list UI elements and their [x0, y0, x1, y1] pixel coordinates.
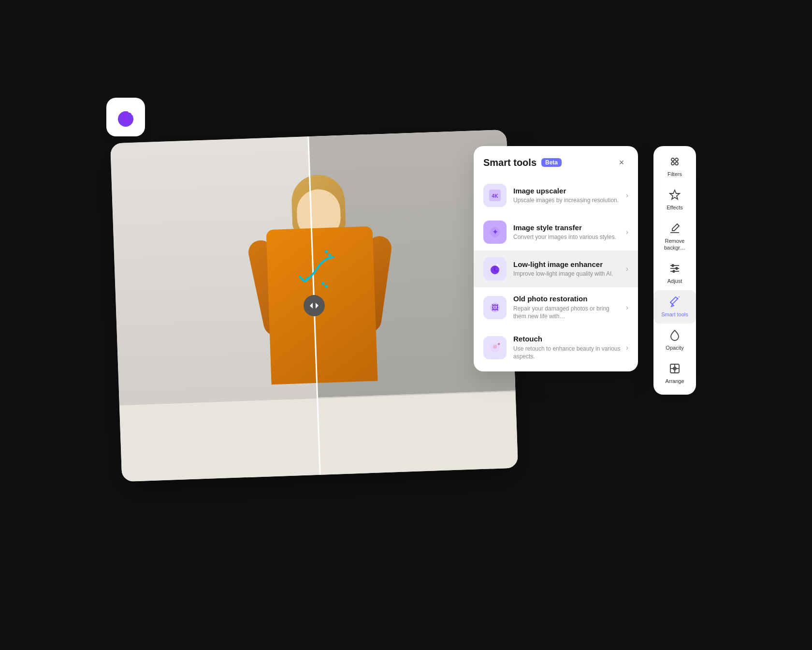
- tool-chevron-image-upscaler: ›: [626, 191, 628, 200]
- svg-point-6: [325, 250, 328, 253]
- tool-icon-image-upscaler: 4K: [483, 184, 507, 207]
- sidebar-label-smart-tools: Smart tools: [661, 311, 688, 318]
- tool-info-old-photo-restoration: Old photo restorationRepair your damaged…: [513, 294, 622, 321]
- sidebar-item-adjust[interactable]: Adjust: [653, 257, 696, 290]
- tool-chevron-low-light-enhancer: ›: [626, 265, 628, 273]
- beta-badge: Beta: [541, 158, 562, 167]
- svg-point-7: [328, 253, 331, 256]
- svg-point-9: [325, 285, 328, 288]
- tool-icon-low-light-enhancer: [483, 257, 507, 281]
- svg-text:4K: 4K: [492, 193, 499, 199]
- tool-icon-old-photo-restoration: 🖼: [483, 296, 507, 319]
- tool-name-image-upscaler: Image upscaler: [513, 186, 622, 196]
- svg-point-5: [131, 110, 132, 111]
- sidebar-item-opacity[interactable]: Opacity: [653, 324, 696, 357]
- sidebar-label-filters: Filters: [667, 171, 682, 177]
- tool-info-image-upscaler: Image upscalerUpscale images by increasi…: [513, 186, 622, 205]
- photo-simulation: [110, 130, 518, 482]
- svg-point-23: [675, 162, 678, 165]
- svg-point-22: [671, 158, 674, 161]
- tool-item-image-style-transfer[interactable]: ✦ Image style transferConvert your image…: [474, 214, 638, 251]
- tool-desc-old-photo-restoration: Repair your damaged photos or bring them…: [513, 305, 622, 321]
- svg-point-4: [131, 113, 133, 115]
- svg-point-24: [671, 162, 674, 165]
- panel-title: Smart tools: [483, 157, 536, 168]
- sidebar-item-smart-tools[interactable]: Smart tools: [653, 290, 696, 324]
- svg-point-34: [679, 296, 680, 297]
- tool-desc-image-style-transfer: Convert your images into various styles.: [513, 233, 622, 241]
- svg-text:🖼: 🖼: [492, 304, 498, 311]
- tool-desc-retouch: Use retouch to enhance beauty in various…: [513, 345, 622, 361]
- sidebar-label-opacity: Opacity: [666, 345, 683, 351]
- sidebar-label-arrange: Arrange: [665, 378, 684, 384]
- svg-text:✦: ✦: [497, 341, 501, 347]
- right-sidebar: FiltersEffectsRemove backgr…AdjustSmart …: [653, 146, 696, 395]
- sidebar-label-effects: Effects: [667, 205, 682, 211]
- svg-point-16: [498, 266, 500, 267]
- svg-point-30: [672, 265, 674, 266]
- sidebar-icon-remove-bg: [669, 222, 681, 236]
- sidebar-icon-opacity: [669, 329, 681, 343]
- tool-chevron-image-style-transfer: ›: [626, 228, 628, 236]
- svg-marker-0: [310, 303, 313, 309]
- sidebar-items: FiltersEffectsRemove backgr…AdjustSmart …: [653, 150, 696, 391]
- tools-list: 4K Image upscalerUpscale images by incre…: [474, 177, 638, 368]
- svg-point-25: [675, 158, 678, 161]
- svg-marker-1: [316, 303, 319, 309]
- svg-point-33: [677, 297, 679, 299]
- sidebar-icon-smart-tools: [669, 296, 681, 310]
- panel-title-group: Smart tools Beta: [483, 157, 562, 168]
- sidebar-item-arrange[interactable]: Arrange: [653, 357, 696, 390]
- sidebar-item-remove-bg[interactable]: Remove backgr…: [653, 217, 696, 256]
- tool-desc-low-light-enhancer: Improve low-light image quality with AI.: [513, 270, 622, 278]
- sidebar-icon-arrange: [669, 363, 681, 376]
- tool-item-old-photo-restoration[interactable]: 🖼 Old photo restorationRepair your damag…: [474, 287, 638, 327]
- sidebar-item-effects[interactable]: Effects: [653, 183, 696, 217]
- tool-item-retouch[interactable]: ✦ RetouchUse retouch to enhance beauty i…: [474, 327, 638, 368]
- photo-card: [110, 130, 518, 482]
- tool-name-retouch: Retouch: [513, 334, 622, 344]
- sidebar-item-filters[interactable]: Filters: [653, 150, 696, 183]
- svg-point-15: [496, 264, 498, 266]
- sidebar-icon-effects: [669, 189, 681, 203]
- svg-point-3: [128, 110, 131, 113]
- tool-icon-retouch: ✦: [483, 336, 507, 359]
- tool-name-old-photo-restoration: Old photo restoration: [513, 294, 622, 304]
- main-scene: Smart tools Beta × 4K Image upscalerUpsc…: [116, 107, 696, 543]
- svg-point-32: [673, 270, 675, 272]
- svg-point-20: [493, 345, 497, 349]
- tool-item-image-upscaler[interactable]: 4K Image upscalerUpscale images by incre…: [474, 177, 638, 214]
- tool-info-retouch: RetouchUse retouch to enhance beauty in …: [513, 334, 622, 361]
- person-figure: [240, 172, 405, 477]
- svg-marker-26: [670, 190, 680, 199]
- panel-header: Smart tools Beta ×: [474, 146, 638, 177]
- sidebar-icon-filters: [669, 156, 681, 169]
- sidebar-label-adjust: Adjust: [667, 278, 682, 284]
- smart-tools-panel: Smart tools Beta × 4K Image upscalerUpsc…: [474, 146, 638, 371]
- tool-desc-image-upscaler: Upscale images by increasing resolution.: [513, 196, 622, 205]
- tool-info-image-style-transfer: Image style transferConvert your images …: [513, 223, 622, 241]
- sidebar-label-remove-bg: Remove backgr…: [657, 238, 692, 251]
- svg-point-8: [321, 282, 324, 285]
- tool-item-low-light-enhancer[interactable]: Low-light image enhancerImprove low-ligh…: [474, 251, 638, 287]
- tool-chevron-old-photo-restoration: ›: [626, 303, 628, 312]
- tool-name-image-style-transfer: Image style transfer: [513, 223, 622, 233]
- tool-icon-image-style-transfer: ✦: [483, 221, 507, 244]
- tool-chevron-retouch: ›: [626, 343, 628, 352]
- tool-info-low-light-enhancer: Low-light image enhancerImprove low-ligh…: [513, 260, 622, 278]
- svg-text:✦: ✦: [492, 228, 498, 236]
- app-logo[interactable]: [106, 98, 145, 136]
- sidebar-icon-adjust: [669, 263, 681, 276]
- close-panel-button[interactable]: ×: [615, 156, 628, 169]
- tool-name-low-light-enhancer: Low-light image enhancer: [513, 260, 622, 269]
- svg-point-31: [676, 267, 678, 269]
- teal-arrow-decoration: [295, 248, 353, 298]
